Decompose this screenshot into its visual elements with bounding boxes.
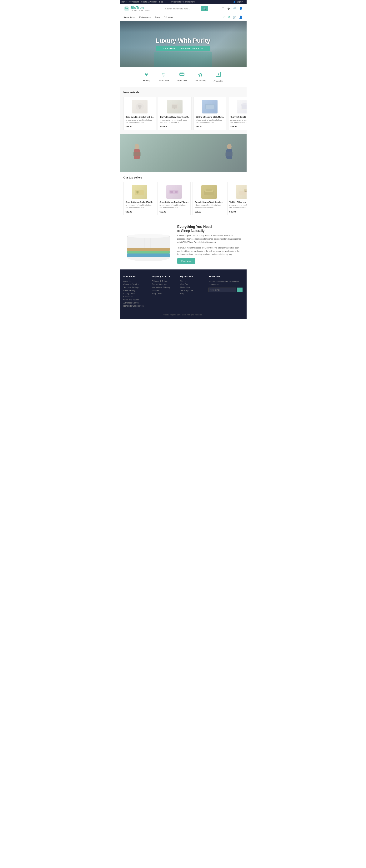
footer-link-template[interactable]: Template Settings (123, 286, 148, 288)
mattress-image (123, 227, 174, 262)
feature-eco-friendly: ✿ Eco-friendly (195, 71, 206, 82)
nav-compare-icon[interactable]: ⊕ (228, 16, 231, 19)
product-price-3: $36.00 (231, 125, 246, 128)
footer-subscribe-button[interactable]: → (237, 287, 243, 292)
top-seller-card-1[interactable]: Organic Cotton Toddler Pillow... A huge … (157, 182, 191, 215)
footer-link-shipping[interactable]: Shipping & Returns (152, 280, 176, 282)
footer-link-affiliates[interactable]: Affiliates (152, 289, 176, 291)
compare-icon[interactable]: ⊕ (227, 7, 231, 10)
nav-left: Sleep Sets ▾ Mattresses ▾ Baby Gift Idea… (123, 16, 175, 19)
svg-point-19 (227, 144, 232, 149)
footer-link-track[interactable]: Track My Order (180, 289, 205, 291)
top-seller-card-0[interactable]: Organic Cotton Quilted Todd... A huge va… (123, 182, 156, 215)
footer-link-inquiry[interactable]: Inquiry Terms (123, 292, 148, 294)
top-seller-desc-2: A huge variety of eco-friendly beds and … (195, 204, 223, 210)
footer-link-secure[interactable]: Secure Shopping (152, 283, 176, 285)
top-seller-desc-1: A huge variety of eco-friendly beds and … (159, 204, 188, 210)
product-name-0: Baby Swaddle Blanket with O... (126, 116, 154, 118)
product-card-1[interactable]: Burt's Bees Baby Honeybee O... A huge va… (158, 97, 191, 130)
product-card-0[interactable]: Baby Swaddle Blanket with O... A huge va… (123, 97, 156, 130)
footer-link-orders[interactable]: Order and Returns (123, 299, 148, 301)
product-card-2[interactable]: COSFY 19momme 100% Mulb... A huge variet… (193, 97, 226, 130)
search-button[interactable]: 🔍 (201, 6, 208, 11)
product-desc-3: A huge variety of eco-friendly beds and … (231, 119, 246, 124)
footer-link-newsletter[interactable]: Newsletter Subscription (123, 305, 148, 307)
product-price-0: $56.00 (126, 125, 154, 128)
footer-link-international[interactable]: International Shipping (152, 286, 176, 288)
product-desc-1: A huge variety of eco-friendly beds and … (160, 119, 189, 124)
footer-email-input[interactable] (209, 287, 236, 292)
nav-account-nav-icon[interactable]: 👤 (239, 16, 243, 19)
logo[interactable]: BioTron Organic Sleep Shop (123, 6, 150, 12)
nav-baby[interactable]: Baby (155, 16, 160, 19)
svg-rect-31 (206, 189, 212, 191)
logo-icon (123, 6, 130, 12)
nav-sleep-sets[interactable]: Sleep Sets ▾ (123, 16, 135, 19)
svg-rect-39 (127, 237, 170, 248)
footer-link-customer[interactable]: Customer Service (123, 283, 148, 285)
top-bar-right: 👤 Sign In (233, 1, 244, 3)
nav-gift-ideas-chevron: ▾ (174, 16, 175, 19)
svg-rect-37 (127, 251, 170, 253)
account-icon[interactable]: 👤 (239, 7, 243, 10)
product-img-placeholder-2 (202, 100, 217, 114)
search-input[interactable] (163, 6, 201, 11)
top-seller-card-3[interactable]: pillow Toddler Pillow and Carrying B... … (227, 182, 247, 215)
footer-copyright: © 2017 Magento Demo Store. All Rights Re… (123, 312, 243, 316)
footer-link-search[interactable]: Advanced Search (123, 302, 148, 304)
top-seller-name-2: Organic Merino Wool Standar... (195, 201, 223, 203)
top-seller-price-3: $45.00 (230, 211, 247, 213)
affordable-label: Affordable (213, 80, 223, 82)
top-sellers-grid: Organic Cotton Quilted Todd... A huge va… (123, 182, 243, 215)
footer-link-wishlist[interactable]: My Wishlist (180, 286, 205, 288)
footer-account-title: My account (180, 275, 205, 278)
read-more-button[interactable]: Read More (177, 258, 195, 264)
footer-link-privacy[interactable]: Privacy Policy (123, 289, 148, 291)
nav-baby-label: Baby (155, 16, 160, 19)
comfortable-icon: ☺ (161, 71, 166, 78)
footer-link-cart[interactable]: View Cart (180, 283, 205, 285)
info-title: Everything You Need to Sleep Naturally! (177, 225, 243, 233)
top-seller-name-1: Organic Cotton Toddler Pillow... (159, 201, 188, 203)
info-section: Everything You Need to Sleep Naturally! … (120, 219, 247, 270)
nav-create-account[interactable]: Create an Account (141, 1, 157, 3)
svg-point-49 (127, 234, 170, 238)
top-seller-img-0 (126, 184, 153, 199)
hero-badge: CERTIFIED ORGANIC SHEETS (156, 46, 210, 51)
nav-right: ♡ ⊕ 🛒 👤 (223, 16, 243, 19)
nav-gift-ideas-label: Gift Ideas (164, 16, 173, 19)
footer-link-about[interactable]: About Us (123, 280, 148, 282)
nav-mattresses-label: Mattresses (139, 16, 150, 19)
nav-mattresses[interactable]: Mattresses ▾ (139, 16, 151, 19)
nav-cart-nav-icon[interactable]: 🛒 (233, 16, 237, 19)
nav-gift-ideas[interactable]: Gift Ideas ▾ (164, 16, 175, 19)
footer-link-signin[interactable]: Sign In (180, 280, 205, 282)
info-content: Everything You Need to Sleep Naturally! … (177, 225, 243, 264)
feature-supportive: Supportive (177, 71, 187, 82)
svg-text:$: $ (218, 73, 219, 76)
header: BioTron Organic Sleep Shop 🔍 ♡ ⊕ 🛒 👤 (120, 4, 247, 14)
sign-in-link[interactable]: Sign In (237, 1, 243, 3)
top-seller-desc-3: A huge variety of eco-friendly beds and … (230, 204, 247, 210)
comfortable-label: Comfortable (158, 79, 169, 82)
wishlist-icon[interactable]: ♡ (221, 7, 225, 10)
nav-blog[interactable]: Blog (159, 1, 163, 3)
nav-home[interactable]: Home (122, 1, 127, 3)
top-seller-card-2[interactable]: Organic Merino Wool Standar... A huge va… (192, 182, 225, 215)
affordable-icon: $ (216, 71, 221, 78)
nav-my-account[interactable]: My Account (129, 1, 139, 3)
product-img-placeholder-3 (237, 100, 246, 114)
product-card-3[interactable]: GIANTEX Set of 2 Queen Bam... A huge var… (228, 97, 246, 130)
logo-subtitle: Organic Sleep Shop (131, 9, 150, 11)
footer-link-contact[interactable]: Contact Us (123, 296, 148, 298)
product-price-2: $22.00 (195, 125, 224, 128)
footer-link-deals[interactable]: Shop Deals (152, 292, 176, 294)
svg-rect-38 (127, 248, 170, 251)
footer-link-help[interactable]: Help (180, 292, 205, 294)
nav-wishlist-icon[interactable]: ♡ (223, 16, 225, 19)
footer-subscribe-text: Receive sale news and exclusive in-store… (209, 280, 243, 286)
logo-bio: Bio (131, 6, 136, 10)
svg-point-16 (134, 144, 139, 149)
svg-rect-18 (133, 152, 141, 156)
cart-icon[interactable]: 🛒 (233, 7, 237, 10)
